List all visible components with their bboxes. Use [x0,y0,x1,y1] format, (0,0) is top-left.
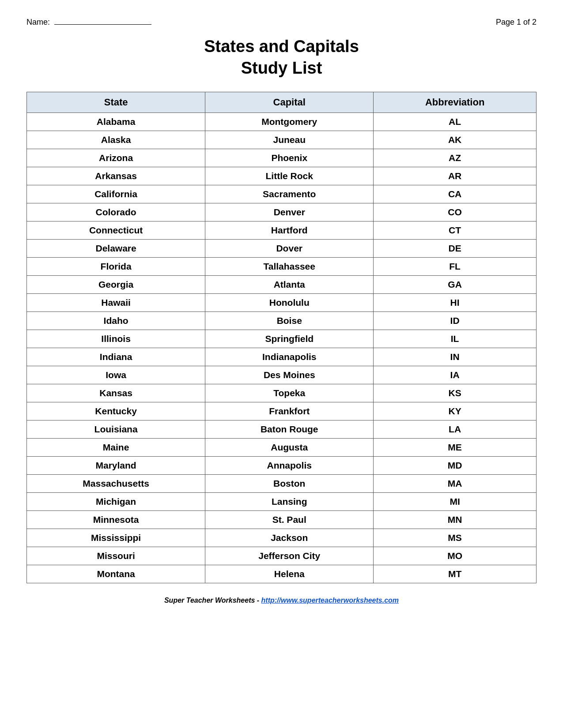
cell-25-2: MT [374,565,537,583]
footer: Super Teacher Worksheets - http://www.su… [26,597,537,604]
cell-2-1: Phoenix [205,149,374,167]
cell-15-1: Topeka [205,384,374,402]
name-label: Name: [26,18,50,26]
cell-19-1: Annapolis [205,456,374,474]
cell-3-0: Arkansas [27,167,205,185]
title-line2: Study List [241,59,322,77]
name-field: Name: [26,18,151,27]
table-row: HawaiiHonoluluHI [27,293,537,311]
table-row: CaliforniaSacramentoCA [27,185,537,203]
col-header-abbreviation: Abbreviation [374,92,537,113]
col-header-state: State [27,92,205,113]
table-row: ArizonaPhoenixAZ [27,149,537,167]
cell-8-2: FL [374,257,537,275]
cell-1-1: Juneau [205,131,374,149]
col-header-capital: Capital [205,92,374,113]
cell-11-2: ID [374,311,537,330]
cell-14-1: Des Moines [205,366,374,384]
cell-16-2: KY [374,402,537,420]
footer-text: Super Teacher Worksheets - [164,597,261,604]
cell-5-0: Colorado [27,203,205,221]
page-number: Page 1 of 2 [496,18,537,27]
cell-7-0: Delaware [27,239,205,257]
cell-23-2: MS [374,529,537,547]
cell-15-2: KS [374,384,537,402]
cell-22-0: Minnesota [27,510,205,529]
cell-24-1: Jefferson City [205,547,374,565]
cell-4-2: CA [374,185,537,203]
cell-3-2: AR [374,167,537,185]
cell-6-0: Connecticut [27,221,205,239]
table-row: ConnecticutHartfordCT [27,221,537,239]
cell-16-1: Frankfort [205,402,374,420]
cell-9-1: Atlanta [205,275,374,293]
cell-9-0: Georgia [27,275,205,293]
cell-19-0: Maryland [27,456,205,474]
cell-18-2: ME [374,438,537,456]
cell-3-1: Little Rock [205,167,374,185]
cell-5-1: Denver [205,203,374,221]
cell-24-2: MO [374,547,537,565]
table-row: AlaskaJuneauAK [27,131,537,149]
cell-9-2: GA [374,275,537,293]
cell-12-2: IL [374,330,537,348]
cell-4-1: Sacramento [205,185,374,203]
cell-16-0: Kentucky [27,402,205,420]
cell-21-2: MI [374,492,537,510]
cell-1-2: AK [374,131,537,149]
cell-20-2: MA [374,474,537,492]
table-row: MississippiJacksonMS [27,529,537,547]
cell-25-1: Helena [205,565,374,583]
cell-4-0: California [27,185,205,203]
table-header-row: State Capital Abbreviation [27,92,537,113]
cell-0-0: Alabama [27,113,205,131]
cell-19-2: MD [374,456,537,474]
cell-18-0: Maine [27,438,205,456]
cell-8-0: Florida [27,257,205,275]
cell-15-0: Kansas [27,384,205,402]
cell-6-2: CT [374,221,537,239]
table-row: MaineAugustaME [27,438,537,456]
cell-10-2: HI [374,293,537,311]
table-row: MissouriJefferson CityMO [27,547,537,565]
cell-11-1: Boise [205,311,374,330]
table-row: IdahoBoiseID [27,311,537,330]
table-row: ColoradoDenverCO [27,203,537,221]
table-row: MinnesotaSt. PaulMN [27,510,537,529]
cell-20-1: Boston [205,474,374,492]
cell-2-0: Arizona [27,149,205,167]
cell-12-1: Springfield [205,330,374,348]
cell-6-1: Hartford [205,221,374,239]
cell-8-1: Tallahassee [205,257,374,275]
cell-17-0: Louisiana [27,420,205,438]
cell-11-0: Idaho [27,311,205,330]
table-row: ArkansasLittle RockAR [27,167,537,185]
cell-22-2: MN [374,510,537,529]
cell-24-0: Missouri [27,547,205,565]
table-row: IowaDes MoinesIA [27,366,537,384]
cell-18-1: Augusta [205,438,374,456]
table-row: MarylandAnnapolisMD [27,456,537,474]
table-row: MontanaHelenaMT [27,565,537,583]
table-row: GeorgiaAtlantaGA [27,275,537,293]
page-title: States and Capitals Study List [26,36,537,79]
name-underline [54,24,151,25]
cell-17-2: LA [374,420,537,438]
cell-0-1: Montgomery [205,113,374,131]
table-row: LouisianaBaton RougeLA [27,420,537,438]
cell-13-0: Indiana [27,348,205,366]
table-row: MichiganLansingMI [27,492,537,510]
table-row: KentuckyFrankfortKY [27,402,537,420]
table-row: AlabamaMontgomeryAL [27,113,537,131]
cell-0-2: AL [374,113,537,131]
table-row: KansasTopekaKS [27,384,537,402]
cell-10-0: Hawaii [27,293,205,311]
cell-14-2: IA [374,366,537,384]
cell-10-1: Honolulu [205,293,374,311]
states-table: State Capital Abbreviation AlabamaMontgo… [26,92,537,583]
cell-25-0: Montana [27,565,205,583]
footer-link[interactable]: http://www.superteacherworksheets.com [261,597,399,604]
table-row: MassachusettsBostonMA [27,474,537,492]
cell-1-0: Alaska [27,131,205,149]
cell-13-2: IN [374,348,537,366]
